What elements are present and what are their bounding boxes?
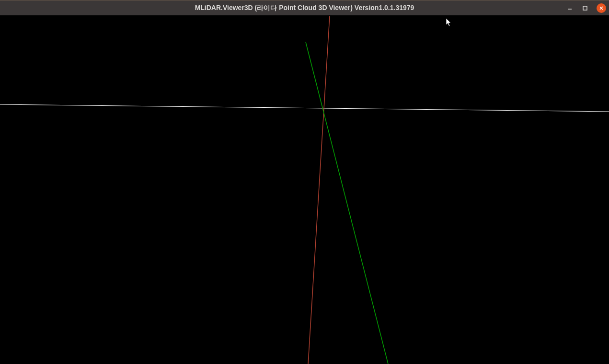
close-icon <box>599 6 604 11</box>
maximize-icon <box>583 6 587 11</box>
axis-line-horizontal <box>0 104 609 112</box>
axis-line-red <box>308 16 330 364</box>
window-controls <box>566 3 606 13</box>
window-titlebar: MLiDAR.Viewer3D (라이다 Point Cloud 3D View… <box>0 0 609 15</box>
svg-rect-1 <box>583 6 587 10</box>
viewport-3d[interactable] <box>0 15 609 364</box>
minimize-icon <box>567 6 572 11</box>
close-button[interactable] <box>597 3 606 13</box>
minimize-button[interactable] <box>566 4 574 12</box>
axes-overlay <box>0 15 609 364</box>
window-title: MLiDAR.Viewer3D (라이다 Point Cloud 3D View… <box>195 4 414 12</box>
maximize-button[interactable] <box>581 4 589 12</box>
